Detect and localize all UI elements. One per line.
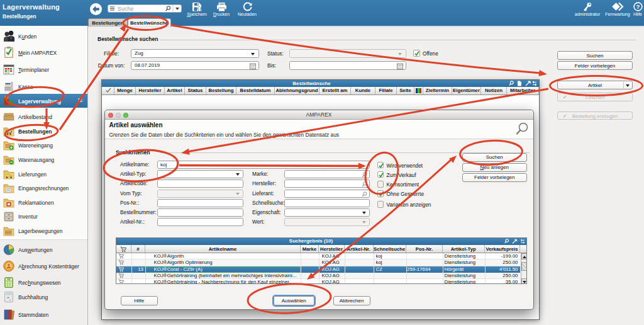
svg-text:-: -: [9, 298, 11, 302]
svg-text:?: ?: [636, 3, 640, 10]
svg-text:Suche: Suche: [118, 5, 134, 11]
svg-text:888: 888: [7, 278, 11, 281]
